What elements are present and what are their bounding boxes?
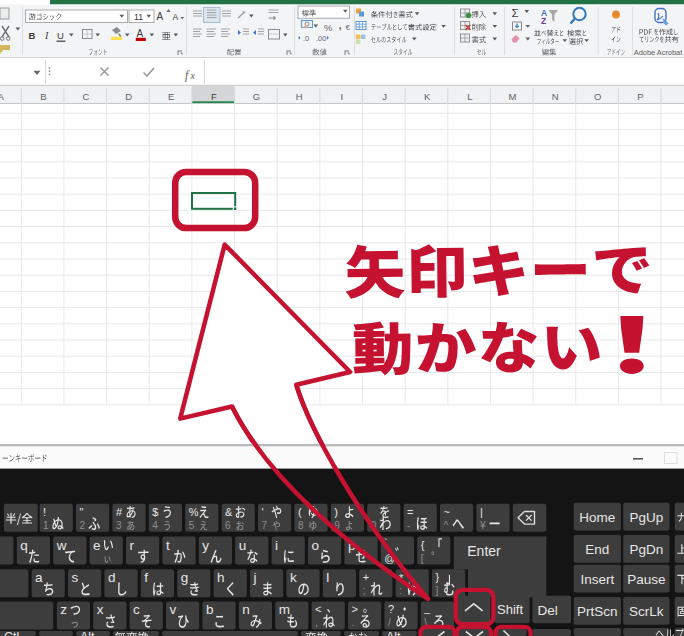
svg-text:x: x <box>97 602 104 617</box>
svg-text:Insert: Insert <box>580 572 614 587</box>
svg-text:^: ^ <box>444 520 449 531</box>
svg-text:3: 3 <box>116 520 122 531</box>
svg-text:f: f <box>144 570 148 585</box>
svg-text:5: 5 <box>189 520 195 531</box>
svg-text:]: ] <box>436 585 439 596</box>
svg-text:_: _ <box>423 603 430 614</box>
svg-text:O: O <box>594 91 601 102</box>
svg-text:1: 1 <box>43 520 49 531</box>
svg-text:A: A <box>173 12 179 22</box>
svg-text:N: N <box>552 91 559 102</box>
svg-text:h: h <box>217 570 225 585</box>
svg-text:<: < <box>315 603 321 615</box>
svg-text:Pause: Pause <box>627 572 665 587</box>
svg-text:G: G <box>253 91 260 102</box>
svg-text:Z: Z <box>541 16 546 26</box>
svg-text:z: z <box>60 602 67 617</box>
svg-text:Shift: Shift <box>497 602 523 617</box>
svg-text:$: $ <box>152 506 158 518</box>
svg-text:D: D <box>125 91 132 102</box>
svg-text:PrtScn: PrtScn <box>577 604 618 619</box>
svg-text:Home: Home <box>579 510 615 525</box>
svg-text:b: b <box>206 602 214 617</box>
svg-text:A: A <box>0 91 5 102</box>
svg-text:U: U <box>57 30 64 41</box>
svg-text:!: ! <box>43 506 46 518</box>
svg-text:l: l <box>326 570 329 585</box>
svg-text:A: A <box>137 28 144 39</box>
svg-text:n: n <box>242 602 250 617</box>
svg-text:-: - <box>407 520 410 531</box>
svg-text:): ) <box>334 506 338 518</box>
svg-text:t: t <box>166 538 170 553</box>
svg-text:q: q <box>20 538 28 553</box>
svg-text:a: a <box>35 570 43 585</box>
svg-text:>: > <box>352 603 358 615</box>
svg-text:Alt: Alt <box>386 630 401 636</box>
svg-text:w: w <box>56 538 67 553</box>
svg-text:.00: .00 <box>316 34 326 43</box>
svg-text:%: % <box>324 22 333 33</box>
svg-text:d: d <box>108 570 116 585</box>
svg-text:Adobe Acrobat: Adobe Acrobat <box>634 48 683 57</box>
svg-text:I: I <box>44 30 49 41</box>
svg-text:€: € <box>346 23 351 32</box>
svg-text:7: 7 <box>262 520 268 531</box>
svg-text:k: k <box>290 570 297 585</box>
svg-text:v: v <box>170 602 177 617</box>
svg-text:ScrLk: ScrLk <box>629 604 664 619</box>
svg-text:8: 8 <box>298 520 304 531</box>
svg-text:.: . <box>352 617 355 628</box>
svg-text:11: 11 <box>134 12 143 22</box>
svg-text:?: ? <box>388 603 394 615</box>
svg-text:PgUp: PgUp <box>629 510 663 525</box>
svg-text:o: o <box>312 538 320 553</box>
svg-text:g: g <box>181 570 189 585</box>
svg-text:": " <box>80 506 84 518</box>
svg-text:;: ; <box>363 585 366 596</box>
svg-text:#: # <box>116 506 123 518</box>
svg-text:L: L <box>467 91 472 102</box>
svg-text:A: A <box>157 11 164 22</box>
svg-text:%: % <box>189 506 199 518</box>
svg-text:B: B <box>40 91 46 102</box>
svg-text:=: = <box>407 506 413 518</box>
svg-text:.0: .0 <box>303 34 309 43</box>
svg-text:J: J <box>382 91 387 102</box>
svg-text:{: { <box>421 539 425 551</box>
svg-text:x: x <box>190 71 196 81</box>
svg-text:~: ~ <box>444 506 450 518</box>
svg-text:Enter: Enter <box>467 543 501 559</box>
svg-text:F: F <box>211 91 217 102</box>
svg-text:&: & <box>225 506 233 518</box>
svg-text:H: H <box>296 91 303 102</box>
svg-text:j: j <box>253 570 257 585</box>
svg-text:6: 6 <box>225 520 231 531</box>
svg-text:m: m <box>279 602 290 617</box>
svg-text:M: M <box>508 91 516 102</box>
svg-text:Alt: Alt <box>80 630 95 636</box>
svg-text:': ' <box>262 506 264 518</box>
svg-text:K: K <box>424 91 431 102</box>
svg-text:i: i <box>275 538 278 553</box>
svg-text:Σ: Σ <box>512 7 519 19</box>
svg-text:I: I <box>340 91 343 102</box>
svg-text:u: u <box>239 538 247 553</box>
svg-text:s: s <box>72 570 79 585</box>
svg-text:,: , <box>315 617 318 628</box>
svg-text:Ctl: Ctl <box>4 630 19 636</box>
svg-text:r: r <box>130 538 135 553</box>
svg-text:C: C <box>83 91 90 102</box>
svg-text:+: + <box>363 571 369 583</box>
svg-text:|: | <box>480 506 483 518</box>
svg-text:P: P <box>637 91 643 102</box>
svg-text:B: B <box>29 30 36 41</box>
svg-text:y: y <box>202 538 209 553</box>
svg-text:E: E <box>168 91 174 102</box>
svg-text:c: c <box>133 602 140 617</box>
svg-text:}: } <box>436 571 440 583</box>
svg-text:[: [ <box>421 553 424 564</box>
svg-text:Del: Del <box>538 603 558 618</box>
svg-text:PgDn: PgDn <box>629 542 663 557</box>
svg-text:e: e <box>93 538 101 553</box>
